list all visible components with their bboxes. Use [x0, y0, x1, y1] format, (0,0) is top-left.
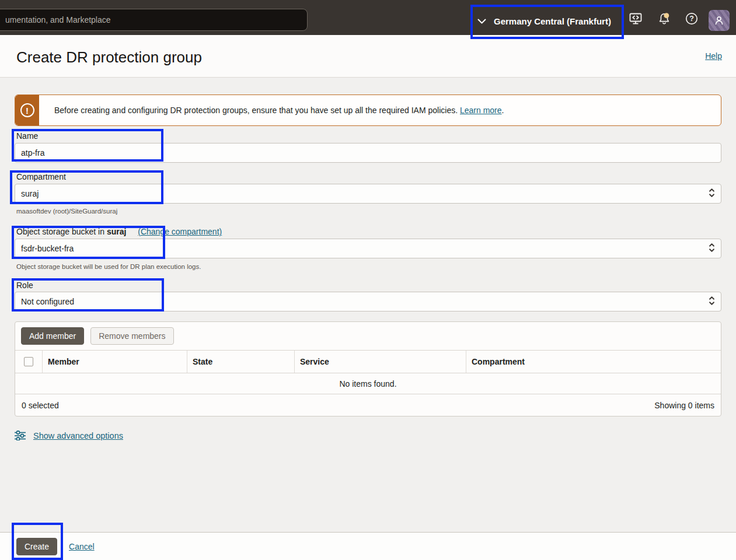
- warning-banner: ! Before creating and configuring DR pro…: [15, 94, 721, 126]
- select-all-cell: [15, 351, 43, 373]
- column-header-compartment: Compartment: [466, 351, 721, 373]
- members-table-footer: 0 selected Showing 0 items: [15, 394, 721, 416]
- change-compartment-link[interactable]: (Change compartment): [138, 227, 222, 236]
- chevron-down-icon: [477, 19, 486, 24]
- search-input[interactable]: [0, 9, 308, 31]
- selected-count: 0 selected: [22, 401, 59, 410]
- warning-banner-strip: !: [15, 95, 39, 125]
- region-label: Germany Central (Frankfurt): [494, 16, 611, 26]
- name-input[interactable]: atp-fra: [15, 143, 721, 163]
- warning-banner-text: Before creating and configuring DR prote…: [39, 95, 504, 125]
- page-header: Create DR protection group Help: [0, 35, 736, 78]
- column-header-service: Service: [295, 351, 466, 373]
- show-advanced-options-link[interactable]: Show advanced options: [33, 431, 123, 440]
- compartment-select[interactable]: suraj: [15, 184, 721, 204]
- role-select[interactable]: Not configured: [15, 292, 721, 312]
- select-stepper-icon: [709, 188, 715, 200]
- create-button[interactable]: Create: [16, 538, 57, 555]
- members-toolbar: Add member Remove members: [15, 322, 721, 351]
- action-footer: Create Cancel: [0, 532, 736, 560]
- column-header-state: State: [187, 351, 295, 373]
- sliders-icon: [15, 430, 26, 440]
- bucket-label: Object storage bucket in suraj (Change c…: [16, 227, 720, 236]
- notification-badge: [664, 13, 669, 18]
- notifications-bell-icon[interactable]: [657, 12, 671, 26]
- create-dr-protection-group-page: Germany Central (Frankfurt) ?: [0, 0, 736, 560]
- select-all-checkbox[interactable]: [24, 357, 33, 366]
- warning-icon: !: [20, 103, 34, 117]
- remove-members-button[interactable]: Remove members: [90, 327, 173, 345]
- members-card: Add member Remove members Member State S…: [15, 321, 721, 416]
- help-link[interactable]: Help: [705, 51, 722, 61]
- cancel-link[interactable]: Cancel: [69, 542, 95, 551]
- compartment-label: Compartment: [16, 172, 720, 181]
- bucket-helper: Object storage bucket will be used for D…: [16, 263, 720, 270]
- role-label: Role: [16, 281, 720, 290]
- members-table-header: Member State Service Compartment: [15, 351, 721, 373]
- top-navigation-bar: Germany Central (Frankfurt) ?: [0, 0, 736, 35]
- user-avatar[interactable]: [709, 10, 730, 31]
- select-stepper-icon: [709, 296, 715, 308]
- bucket-compartment-name: suraj: [107, 227, 126, 236]
- svg-text:?: ?: [689, 15, 694, 23]
- main-content: ! Before creating and configuring DR pro…: [0, 78, 736, 532]
- compartment-path-helper: maasoftdev (root)/SiteGuard/suraj: [16, 208, 720, 215]
- name-label: Name: [16, 131, 720, 141]
- cloud-shell-icon[interactable]: [629, 12, 643, 26]
- advanced-options-row: Show advanced options: [15, 430, 721, 440]
- add-member-button[interactable]: Add member: [21, 327, 84, 345]
- showing-count: Showing 0 items: [654, 401, 714, 410]
- help-icon[interactable]: ?: [685, 12, 699, 26]
- select-stepper-icon: [709, 243, 715, 255]
- page-title: Create DR protection group: [16, 48, 202, 66]
- region-selector[interactable]: Germany Central (Frankfurt): [473, 6, 616, 36]
- learn-more-link[interactable]: Learn more: [460, 106, 502, 115]
- bucket-select[interactable]: fsdr-bucket-fra: [15, 239, 721, 258]
- column-header-member: Member: [43, 351, 187, 373]
- empty-state-row: No items found.: [15, 373, 721, 394]
